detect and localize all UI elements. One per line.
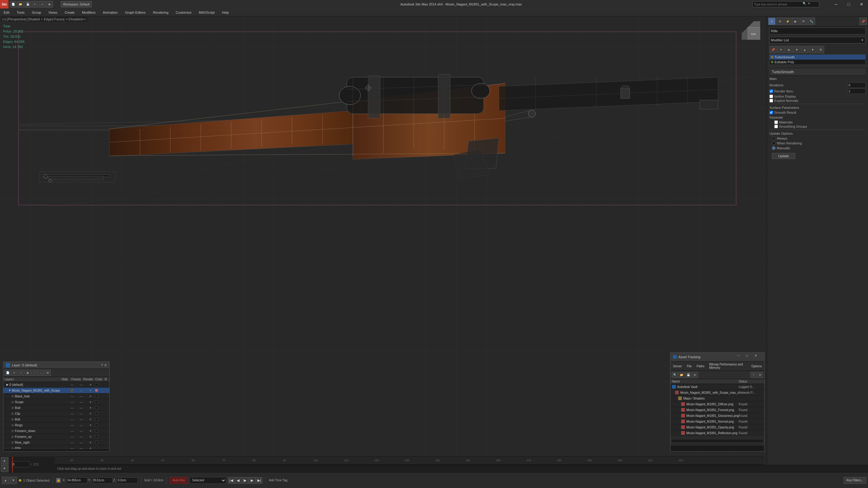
menu-group[interactable]: Group	[28, 8, 45, 17]
manually-radio[interactable]	[772, 146, 776, 150]
layer-hide-blackhole[interactable]: —	[67, 395, 77, 398]
asset-tb-icon-settings[interactable]: ⚙	[757, 372, 763, 378]
asset-menu-paths[interactable]: Paths	[694, 364, 707, 368]
asset-row-vault[interactable]: Autodesk Vault Logged O...	[671, 384, 764, 390]
y-coord-input[interactable]	[91, 477, 113, 483]
statusbar-down-icon[interactable]: ▼	[10, 477, 17, 484]
modifier-list-dropdown[interactable]: Modifier List ▼	[769, 37, 866, 43]
render-iters-input[interactable]	[847, 89, 866, 94]
panel-tab-display[interactable]: 👁	[800, 18, 807, 25]
asset-row-diffuse[interactable]: Mosin-Nagant_M1891_Diffuse.png Found	[671, 401, 764, 407]
layer-row-clip[interactable]: ▷ Clip — — ☀	[3, 411, 109, 417]
current-frame-input[interactable]	[11, 461, 30, 467]
asset-titlebar[interactable]: Asset Tracking ─ □ ✕	[671, 353, 764, 361]
layers-close-button[interactable]: ✕	[104, 363, 107, 367]
asset-row-maxfile[interactable]: Mosin_Nagant_M1891_with_Scope_max_vray.m…	[671, 390, 764, 396]
menu-create[interactable]: Create	[61, 8, 78, 17]
layer-expand-icon[interactable]: ⊞	[45, 370, 51, 376]
go-to-end-btn[interactable]: ▶|	[256, 477, 262, 484]
auto-key-button[interactable]: Auto Key	[170, 477, 188, 484]
undo-icon[interactable]: ↩	[32, 1, 38, 8]
modifier-turbosmooth[interactable]: TurboSmooth	[770, 55, 865, 60]
layer-select-icon[interactable]: ◉	[25, 370, 31, 376]
layer-render-scope[interactable]: ☀	[86, 400, 95, 404]
object-name-field[interactable]	[769, 28, 866, 34]
render-iters-checkbox[interactable]	[769, 89, 773, 93]
always-radio[interactable]	[772, 136, 776, 140]
layer-hide-1[interactable]: ✓	[67, 389, 77, 392]
layer-delete-icon[interactable]: ✕	[11, 370, 17, 376]
asset-menu-options[interactable]: Options	[749, 364, 764, 368]
asset-menu-server[interactable]: Server	[671, 364, 684, 368]
timeline-down-btn[interactable]: ▼	[1, 465, 8, 472]
panel-tab-utilities[interactable]: 🔧	[808, 18, 815, 25]
layers-scrollbar[interactable]	[3, 449, 109, 451]
play-btn[interactable]: ▶	[242, 477, 249, 484]
z-coord-input[interactable]	[117, 477, 138, 483]
panel-tab-modify[interactable]: ⚙	[776, 18, 783, 25]
layer-row-default[interactable]: ▶ 0 (default) — — ☀	[3, 382, 109, 388]
go-to-start-btn[interactable]: |◀	[228, 477, 235, 484]
render-icon[interactable]: ▶	[46, 1, 53, 8]
asset-close-button[interactable]: ✕	[754, 354, 762, 360]
layer-hide-scope[interactable]: —	[67, 400, 77, 404]
layer-hide-butt[interactable]: —	[67, 406, 77, 410]
asset-tb-icon-2[interactable]: 📂	[678, 372, 685, 378]
maximize-button[interactable]: □	[842, 0, 855, 8]
layer-color-blackhole[interactable]	[95, 395, 104, 398]
asset-menu-bitmap-perf[interactable]: Bitmap Performance and Memory	[707, 362, 749, 370]
layers-help-button[interactable]: ?	[101, 363, 103, 367]
layer-row-butt[interactable]: ▷ Butt — — ☀	[3, 405, 109, 411]
menu-edit[interactable]: Edit	[0, 8, 13, 17]
delete-modifier-icon[interactable]: ✕	[777, 46, 785, 53]
layer-color-1[interactable]	[95, 389, 104, 392]
layers-titlebar[interactable]: Layer: 0 (default) ? ✕	[3, 362, 109, 369]
open-file-icon[interactable]: 📂	[17, 1, 24, 8]
explicit-normals-checkbox[interactable]	[769, 99, 773, 102]
asset-tb-icon-3[interactable]: 💾	[685, 372, 691, 378]
menu-tools[interactable]: Tools	[13, 8, 28, 17]
redo-icon[interactable]: ↪	[39, 1, 45, 8]
update-button[interactable]: Update	[772, 153, 795, 159]
asset-maximize-button[interactable]: □	[746, 354, 753, 360]
smoothing-groups-checkbox[interactable]	[774, 125, 778, 128]
menu-views[interactable]: Views	[45, 8, 61, 17]
layer-render-1[interactable]: ☀	[86, 389, 95, 392]
layer-row-bolt[interactable]: ▷ Bolt — — ☀	[3, 417, 109, 422]
materials-checkbox[interactable]	[774, 121, 778, 124]
panel-pin[interactable]: 📌	[860, 18, 867, 25]
layer-freeze-blackhole[interactable]: —	[77, 395, 86, 398]
menu-animation[interactable]: Animation	[99, 8, 121, 17]
asset-row-glossiness[interactable]: Mosin-Nagant_M1891_Glossiness.png Found	[671, 413, 764, 419]
asset-row-normal[interactable]: Mosin-Nagant_M1891_Normal.png Found	[671, 419, 764, 424]
x-coord-input[interactable]	[66, 477, 87, 483]
isoline-checkbox[interactable]	[769, 95, 773, 98]
menu-rendering[interactable]: Rendering	[149, 8, 172, 17]
search-input[interactable]	[754, 3, 803, 6]
asset-row-opacity[interactable]: Mosin-Nagant_M1891_Opacity.png Found	[671, 424, 764, 430]
layer-row-blackhole[interactable]: ▷ Black_hole — — ☀	[3, 393, 109, 399]
key-filters-button[interactable]: Key Filters...	[844, 477, 866, 484]
asset-minimize-button[interactable]: ─	[738, 354, 745, 360]
layer-row-forearm-down[interactable]: ▷ Forearm_down — — ☀	[3, 428, 109, 434]
menu-customize[interactable]: Customize	[172, 8, 195, 17]
viewport[interactable]	[0, 17, 767, 488]
asset-menu-file[interactable]: File	[684, 364, 694, 368]
move-down-icon[interactable]: ▼	[809, 46, 816, 53]
asset-row-fresnel[interactable]: Mosin-Nagant_M1891_Fresnel.png Found	[671, 407, 764, 413]
layer-color-0[interactable]	[95, 383, 104, 386]
playhead[interactable]	[12, 457, 13, 473]
timeline-ruler[interactable]: 0 10 20 30 40 50 60 70 80 90 100 110 120…	[9, 457, 764, 464]
collapse-all-icon[interactable]: ▼	[793, 46, 801, 53]
panel-tab-motion[interactable]: ▶	[792, 18, 799, 25]
layer-row-mosin[interactable]: ▼ Mosin_Nagant_M1891_with_Scope ✓ — ☀	[3, 388, 109, 393]
layer-new-icon[interactable]: 📄	[5, 370, 11, 376]
selected-dropdown[interactable]: Selected	[190, 477, 226, 484]
asset-row-reflection[interactable]: Mosin-Nagant_M1891_Reflection.png Found	[671, 430, 764, 436]
config-icon[interactable]: ⚙	[817, 46, 824, 53]
new-file-icon[interactable]: 📄	[10, 1, 17, 8]
menu-modifiers[interactable]: Modifiers	[78, 8, 99, 17]
asset-tb-icon-4[interactable]: ⊞	[692, 372, 698, 378]
layer-color-scope[interactable]	[95, 400, 104, 403]
layer-row-scope[interactable]: ▷ Scope — — ☀	[3, 399, 109, 405]
